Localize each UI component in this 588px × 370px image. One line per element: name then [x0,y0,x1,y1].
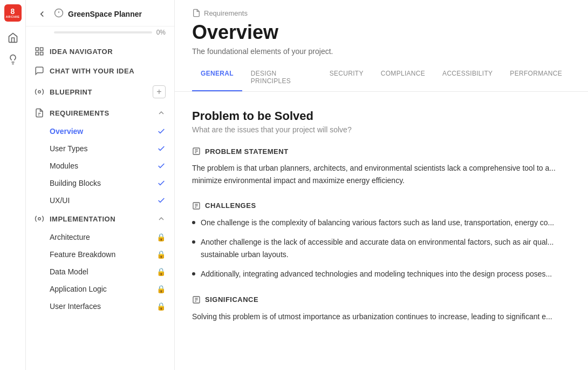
section-title: Problem to be Solved [192,109,571,123]
lock-icon-ui: 🔒 [156,302,166,311]
svg-rect-7 [36,52,38,55]
svg-point-9 [38,91,41,93]
challenges-title: CHALLENGES [205,201,256,210]
sidebar-item-blueprint[interactable]: BLUEPRINT + [26,80,174,103]
challenges-list: One challenge is the complexity of balan… [192,217,571,280]
sidebar-sub-item-data-model[interactable]: Data Model 🔒 [26,263,174,280]
tab-design-principles[interactable]: DESIGN PRINCIPLES [242,64,321,91]
bulb-icon[interactable] [3,50,23,69]
sidebar-sub-item-overview[interactable]: Overview [26,123,174,140]
feature-breakdown-label: Feature Breakdown [50,250,115,259]
challenge-text-1: One challenge is the complexity of balan… [201,217,554,228]
tab-compliance[interactable]: COMPLIANCE [372,64,434,91]
overview-label: Overview [50,127,83,136]
implementation-label: IMPLEMENTATION [50,215,115,223]
project-name: GreenSpace Planner [68,10,142,18]
challenge-text-2: Another challenge is the lack of accessi… [201,236,571,260]
bullet-3 [192,272,195,275]
sidebar-sub-item-user-types[interactable]: User Types [26,140,174,157]
sidebar-item-chat[interactable]: CHAT WITH YOUR IDEA [26,61,174,80]
sidebar-sub-item-architecture[interactable]: Architecture 🔒 [26,228,174,246]
tab-security[interactable]: SECURITY [321,64,372,91]
home-icon[interactable] [3,28,23,48]
user-interfaces-label: User Interfaces [50,302,101,311]
blueprint-add-button[interactable]: + [153,85,166,98]
user-types-label: User Types [50,144,88,153]
lock-icon-app-logic: 🔒 [156,285,166,293]
challenges-header: CHALLENGES [192,201,571,210]
sidebar-sub-item-user-interfaces[interactable]: User Interfaces 🔒 [26,298,174,315]
problem-statement-header: PROBLEM STATEMENT [192,147,571,156]
ux-ui-label: UX/UI [50,196,70,205]
challenge-item-3: Additionally, integrating advanced techn… [192,268,571,280]
sidebar-sub-item-application-logic[interactable]: Application Logic 🔒 [26,280,174,298]
problem-statement-title: PROBLEM STATEMENT [205,147,289,156]
application-logic-label: Application Logic [50,285,107,293]
content-body: Problem to be Solved What are the issues… [175,92,588,370]
back-button[interactable] [35,6,50,22]
building-blocks-label: Building Blocks [50,179,101,187]
content-header: Requirements Overview The foundational e… [175,0,588,92]
lock-icon-feature: 🔒 [156,250,166,259]
sidebar-header: GreenSpace Planner [26,0,174,26]
sidebar-sub-item-building-blocks[interactable]: Building Blocks [26,174,174,192]
data-model-label: Data Model [50,267,88,276]
significance-title: SIGNIFICANCE [205,295,258,304]
project-icon [54,8,64,20]
section-subtitle: What are the issues that your project wi… [192,125,571,134]
idea-navigator-label: IDEA NAVIGATOR [50,48,113,56]
logo-text: ARCHIE [5,15,19,18]
sidebar-sub-item-ux-ui[interactable]: UX/UI [26,192,174,209]
challenge-item-1: One challenge is the complexity of balan… [192,217,571,228]
significance-body: Solving this problem is of utmost import… [192,311,571,322]
tabs-bar: GENERAL DESIGN PRINCIPLES SECURITY COMPL… [192,64,571,91]
problem-statement-section: PROBLEM STATEMENT The problem is that ur… [192,147,571,186]
svg-point-12 [38,218,41,220]
significance-section: SIGNIFICANCE Solving this problem is of … [192,295,571,322]
significance-header: SIGNIFICANCE [192,295,571,304]
challenge-item-2: Another challenge is the lack of accessi… [192,236,571,260]
requirements-section-header[interactable]: REQUIREMENTS [26,103,174,123]
sidebar: GreenSpace Planner 0% IDEA NAVIGATOR CHA… [26,0,175,370]
requirements-label: REQUIREMENTS [50,109,110,117]
lock-icon-data-model: 🔒 [156,267,166,276]
sidebar-item-idea-navigator[interactable]: IDEA NAVIGATOR [26,42,174,61]
page-subtitle: The foundational elements of your projec… [192,47,571,56]
svg-rect-6 [40,48,43,50]
architecture-label: Architecture [50,233,90,241]
challenges-section: CHALLENGES One challenge is the complexi… [192,201,571,280]
implementation-section-header[interactable]: IMPLEMENTATION [26,209,174,228]
bullet-1 [192,221,195,224]
problem-statement-body: The problem is that urban planners, arch… [192,162,571,186]
progress-bar-container: 0% [26,26,174,42]
tab-general[interactable]: GENERAL [192,64,242,91]
svg-rect-5 [36,48,38,50]
breadcrumb-label: Requirements [204,9,248,17]
challenge-text-3: Additionally, integrating advanced techn… [201,268,552,280]
bullet-2 [192,240,195,244]
modules-label: Modules [50,162,78,170]
chat-label: CHAT WITH YOUR IDEA [50,67,134,75]
lock-icon-architecture: 🔒 [156,233,166,241]
breadcrumb: Requirements [192,9,571,17]
icon-rail: 8 ARCHIE [0,0,26,370]
sidebar-sub-item-feature-breakdown[interactable]: Feature Breakdown 🔒 [26,246,174,263]
tab-performance[interactable]: PERFORMANCE [501,64,571,91]
progress-label: 0% [156,29,166,36]
sidebar-sub-item-modules[interactable]: Modules [26,157,174,174]
tab-accessibility[interactable]: ACCESSIBILITY [434,64,501,91]
blueprint-label: BLUEPRINT [50,88,92,96]
progress-track [54,31,152,33]
app-logo[interactable]: 8 ARCHIE [4,4,22,22]
logo-number: 8 [11,8,15,15]
svg-rect-8 [40,52,43,55]
main-content: Requirements Overview The foundational e… [175,0,588,370]
page-title: Overview [192,21,571,44]
